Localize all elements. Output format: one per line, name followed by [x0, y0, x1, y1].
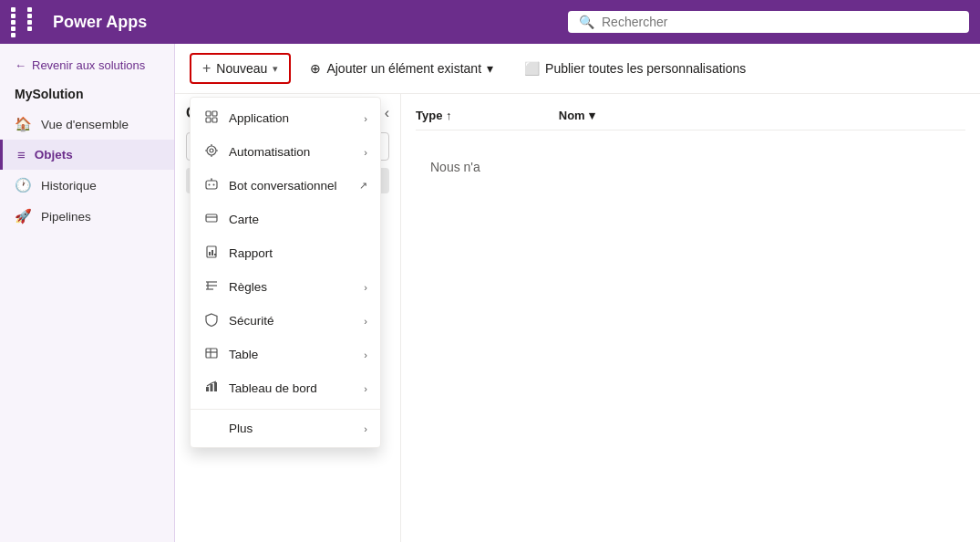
nouveau-label: Nouveau	[216, 61, 267, 76]
svg-point-4	[207, 146, 216, 155]
svg-rect-10	[206, 181, 217, 189]
publier-label: Publier toutes les personnalisations	[545, 61, 746, 76]
dropdown-item-securite[interactable]: Sécurité ›	[191, 304, 380, 338]
back-to-solutions[interactable]: ← Revenir aux solutions	[0, 51, 174, 79]
application-icon	[203, 109, 220, 127]
svg-rect-2	[206, 118, 211, 122]
dropdown-application-label: Application	[229, 111, 289, 125]
tableau-bord-icon	[203, 380, 220, 397]
securite-chevron-icon: ›	[364, 316, 367, 327]
collapse-icon[interactable]: ‹	[385, 105, 389, 121]
solution-name: MySolution	[0, 79, 174, 109]
plus-icon: +	[202, 60, 211, 77]
dropdown-plus-label: Plus	[229, 422, 253, 435]
sidebar-label-vue-ensemble: Vue d'ensemble	[41, 118, 129, 131]
bot-external-icon: ↗	[359, 180, 367, 192]
sidebar-item-vue-ensemble[interactable]: 🏠 Vue d'ensemble	[0, 109, 174, 140]
toolbar: + Nouveau ▾	[175, 44, 980, 94]
dropdown-item-application[interactable]: Application ›	[191, 101, 380, 135]
tableau-bord-chevron-icon: ›	[364, 383, 367, 394]
svg-rect-3	[212, 118, 217, 122]
top-bar: Power Apps 🔍	[0, 0, 980, 44]
bot-icon	[203, 177, 220, 194]
svg-rect-15	[206, 214, 217, 222]
global-search-icon: 🔍	[579, 15, 594, 29]
dropdown-regles-label: Règles	[229, 280, 267, 294]
dropdown-item-plus[interactable]: Plus ›	[191, 413, 380, 443]
securite-icon	[203, 312, 220, 329]
nouveau-button[interactable]: + Nouveau ▾	[190, 53, 291, 84]
dropdown-table-label: Table	[229, 348, 258, 361]
content-area: + Nouveau ▾	[175, 44, 980, 542]
sidebar-item-pipelines[interactable]: 🚀 Pipelines	[0, 201, 174, 232]
col-nom-header[interactable]: Nom ▾	[559, 109, 965, 122]
plus-chevron-icon: ›	[364, 423, 367, 434]
svg-rect-0	[206, 111, 211, 116]
svg-point-14	[211, 178, 212, 180]
automatisation-chevron-icon: ›	[364, 147, 367, 158]
svg-point-5	[210, 149, 213, 152]
sidebar-item-historique[interactable]: 🕐 Historique	[0, 170, 174, 201]
nouveau-chevron-icon: ▾	[273, 63, 278, 75]
historique-icon: 🕐	[15, 177, 32, 193]
dropdown-item-table[interactable]: Table ›	[191, 338, 380, 371]
pipelines-icon: 🚀	[15, 208, 32, 224]
ajouter-button[interactable]: ⊕ Ajouter un élément existant ▾	[298, 55, 505, 82]
svg-rect-30	[214, 382, 217, 391]
col-nom-chevron-icon: ▾	[589, 109, 595, 122]
sidebar-label-objets: Objets	[35, 148, 73, 162]
rapport-icon	[203, 245, 220, 262]
ajouter-label: Ajouter un élément existant	[326, 61, 481, 76]
table-icon	[203, 346, 220, 363]
dropdown-item-tableau-bord[interactable]: Tableau de bord ›	[191, 371, 380, 405]
dropdown-tableau-bord-label: Tableau de bord	[229, 381, 317, 395]
application-chevron-icon: ›	[364, 113, 367, 124]
left-sidebar: ← Revenir aux solutions MySolution 🏠 Vue…	[0, 44, 175, 542]
dropdown-item-regles[interactable]: Règles ›	[191, 270, 380, 304]
dropdown-item-automatisation[interactable]: Automatisation ›	[191, 135, 380, 169]
dropdown-rapport-label: Rapport	[229, 246, 273, 260]
empty-state-text: Nous n'a	[416, 130, 965, 203]
svg-rect-29	[211, 384, 213, 391]
nouveau-wrapper: + Nouveau ▾	[190, 53, 291, 84]
svg-rect-20	[214, 254, 216, 255]
back-arrow-icon: ←	[15, 58, 26, 72]
ajouter-chevron-icon: ▾	[487, 61, 493, 76]
svg-rect-18	[209, 252, 211, 255]
svg-rect-19	[211, 250, 213, 255]
sidebar-label-pipelines: Pipelines	[41, 210, 91, 224]
dropdown-carte-label: Carte	[229, 213, 259, 226]
svg-rect-25	[206, 349, 217, 358]
dropdown-item-carte[interactable]: Carte	[191, 203, 380, 236]
regles-chevron-icon: ›	[364, 282, 367, 293]
objets-icon: ≡	[17, 147, 26, 162]
dropdown-automatisation-label: Automatisation	[229, 145, 310, 159]
automatisation-icon	[203, 143, 220, 161]
back-label: Revenir aux solutions	[32, 58, 145, 72]
svg-point-11	[209, 184, 211, 186]
nouveau-dropdown: Application ›	[190, 97, 381, 448]
apps-grid-icon[interactable]	[11, 7, 42, 37]
vue-ensemble-icon: 🏠	[15, 116, 32, 132]
dropdown-item-rapport[interactable]: Rapport	[191, 236, 380, 270]
publier-button[interactable]: ⬜ Publier toutes les personnalisations	[512, 55, 758, 82]
global-search-box[interactable]: 🔍	[568, 11, 969, 33]
col-nom-label: Nom	[559, 109, 585, 122]
regles-icon	[203, 278, 220, 296]
dropdown-securite-label: Sécurité	[229, 314, 274, 328]
svg-point-12	[213, 184, 215, 186]
col-type-label: Type ↑	[416, 109, 452, 122]
col-type-header[interactable]: Type ↑	[416, 109, 552, 122]
publier-icon: ⬜	[524, 61, 540, 76]
dropdown-divider	[191, 409, 380, 410]
app-title: Power Apps	[53, 13, 557, 32]
main-content: Type ↑ Nom ▾ Nous n'a	[401, 94, 980, 542]
global-search-input[interactable]	[602, 15, 958, 29]
sidebar-item-objets[interactable]: ≡ Objets	[0, 140, 174, 170]
ajouter-icon: ⊕	[310, 61, 321, 76]
svg-rect-28	[206, 387, 209, 391]
dropdown-item-bot[interactable]: Bot conversationnel ↗	[191, 169, 380, 203]
column-headers: Type ↑ Nom ▾	[416, 109, 965, 130]
dropdown-bot-label: Bot conversationnel	[229, 179, 337, 193]
sidebar-label-historique: Historique	[41, 179, 97, 193]
